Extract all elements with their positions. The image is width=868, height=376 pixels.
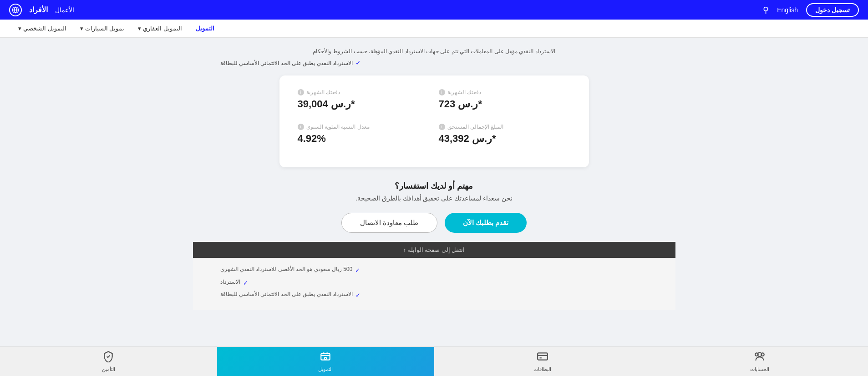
second-nav: التمويل التمويل العقاري ▾ تمويل السيارات…: [0, 20, 868, 38]
check-icon-fn2: ✓: [243, 279, 248, 288]
chevron-down-icon2: ▾: [80, 25, 83, 32]
calc-monthly-1: دفعتك الشهرية i ر.س 723*: [439, 89, 571, 110]
chevron-down-icon3: ▾: [18, 25, 21, 32]
svg-rect-4: [538, 353, 548, 360]
footnote-1-text: 500 ريال سعودي هو الحد الأقصى للاسترداد …: [220, 265, 353, 273]
chevron-down-icon: ▾: [138, 25, 141, 32]
top-nav: تسجيل دخول English ⚲ الأعمال الأفراد: [0, 0, 868, 20]
calc-monthly-label-2: دفعتك الشهرية i: [298, 89, 340, 95]
nav-personal[interactable]: التمويل الشخصي ▾: [18, 25, 66, 32]
insurance-icon: [102, 351, 114, 365]
check-icon-fn3: ✓: [355, 291, 360, 300]
nav-right: تسجيل دخول English ⚲: [763, 3, 859, 17]
svg-point-3: [755, 353, 758, 356]
insurance-label: التأمين: [102, 366, 115, 372]
footnote-3-text: الاسترداد النقدي يطبق على الحد الائتماني…: [220, 290, 353, 298]
info-dot-4: i: [298, 124, 304, 130]
footnote-2: ✓ الاسترداد: [220, 278, 648, 288]
footnote-3: ✓ الاسترداد النقدي يطبق على الحد الائتما…: [220, 290, 648, 300]
calc-grid: دفعتك الشهرية i ر.س 723* دفعتك الشهرية i…: [298, 89, 571, 145]
questions-subtitle: نحن سعداء لمساعدتك على تحقيق أهدافك بالط…: [193, 195, 675, 202]
apply-now-button[interactable]: تقدم بطلبك الآن: [445, 213, 527, 233]
svg-point-6: [325, 357, 326, 359]
callback-button[interactable]: طلب معاودة الاتصال: [341, 213, 437, 233]
network-icon[interactable]: [9, 4, 22, 16]
dark-banner[interactable]: انتقل إلى صفحة الوابلة ↑: [193, 242, 675, 258]
questions-title: مهتم أو لديك استفسار؟: [193, 181, 675, 191]
calc-annual-rate-label: معدل النسبة المئوية السنوي i: [298, 124, 370, 130]
info-line2: الاسترداد النقدي يطبق على الحد الائتماني…: [220, 59, 353, 68]
calc-total: المبلغ الإجمالي المستحق i ر.س 43,392*: [439, 124, 571, 145]
info-dot-3: i: [439, 124, 445, 130]
questions-buttons: تقدم بطلبك الآن طلب معاودة الاتصال: [193, 213, 675, 233]
tab-accounts[interactable]: الحسابات: [651, 347, 868, 376]
tab-finance[interactable]: التمويل: [217, 347, 434, 376]
accounts-icon: [754, 351, 766, 365]
banner-text: انتقل إلى صفحة الوابلة ↑: [403, 246, 465, 253]
calc-annual-rate-value: 4.92%: [298, 133, 326, 145]
nav-business[interactable]: الأعمال: [55, 6, 74, 14]
footnote-1: ✓ 500 ريال سعودي هو الحد الأقصى للاستردا…: [220, 265, 648, 275]
info-dot-2: i: [298, 89, 304, 95]
cards-label: البطاقات: [533, 366, 551, 372]
calc-monthly-2: دفعتك الشهرية i ر.س 39,004*: [298, 89, 430, 110]
calc-monthly-value-2: ر.س 39,004*: [298, 98, 355, 110]
questions-section: مهتم أو لديك استفسار؟ نحن سعداء لمساعدتك…: [193, 172, 675, 237]
nav-real-estate[interactable]: التمويل العقاري ▾: [138, 25, 182, 32]
svg-point-2: [761, 353, 764, 356]
calc-total-value: ر.س 43,392*: [439, 133, 496, 145]
tab-insurance[interactable]: التأمين: [0, 347, 217, 376]
language-button[interactable]: English: [777, 6, 798, 14]
calc-annual-rate: معدل النسبة المئوية السنوي i 4.92%: [298, 124, 430, 145]
finance-label: التمويل: [318, 366, 333, 372]
info-dot-1: i: [439, 89, 445, 95]
footnotes: ✓ 500 ريال سعودي هو الحد الأقصى للاستردا…: [193, 258, 675, 310]
footnote-2-text: الاسترداد: [220, 278, 240, 286]
main-content: الاسترداد النقدي مؤهل على المعاملات التي…: [184, 38, 685, 346]
finance-icon: [320, 351, 331, 365]
cards-icon: [537, 351, 548, 365]
nav-individuals[interactable]: الأفراد: [29, 5, 48, 14]
calc-monthly-value-1: ر.س 723*: [439, 98, 482, 110]
calc-monthly-label-1: دفعتك الشهرية i: [439, 89, 481, 95]
calculator-card: دفعتك الشهرية i ر.س 723* دفعتك الشهرية i…: [279, 75, 589, 167]
search-icon[interactable]: ⚲: [763, 5, 769, 15]
nav-finance[interactable]: التمويل: [196, 25, 214, 32]
check-icon-1: ✓: [355, 58, 361, 69]
register-button[interactable]: تسجيل دخول: [806, 3, 859, 17]
check-icon-fn1: ✓: [355, 266, 360, 275]
accounts-label: الحسابات: [750, 366, 769, 372]
nav-left: الأعمال الأفراد: [9, 4, 74, 16]
nav-cars[interactable]: تمويل السيارات ▾: [80, 25, 125, 32]
info-line1: الاسترداد النقدي مؤهل على المعاملات التي…: [220, 47, 648, 56]
info-check-line2: ✓ الاسترداد النقدي يطبق على الحد الائتما…: [220, 58, 648, 69]
calc-total-label: المبلغ الإجمالي المستحق i: [439, 124, 504, 130]
tab-cards[interactable]: البطاقات: [434, 347, 651, 376]
info-text-block: الاسترداد النقدي مؤهل على المعاملات التي…: [193, 42, 675, 71]
bottom-tabs: الحسابات البطاقات التمويل: [0, 346, 868, 376]
